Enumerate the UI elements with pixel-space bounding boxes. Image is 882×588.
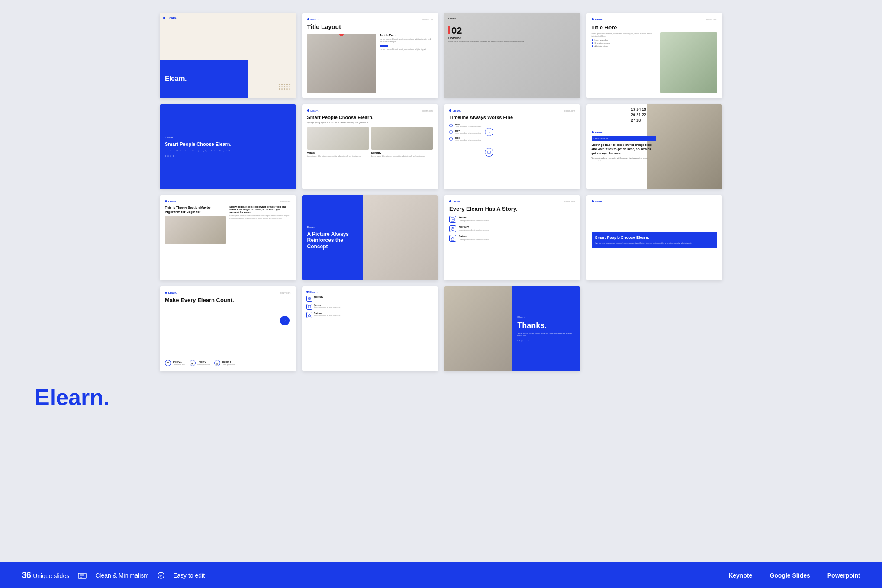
svg-marker-9	[451, 237, 454, 240]
slide-2-article: Article Point	[380, 34, 433, 37]
slide-4-title: Title Here	[592, 24, 718, 31]
slide-2-title: Title Layout	[307, 23, 433, 30]
slide-9-title: This is Theory Section Maybe : Algorithm…	[165, 206, 226, 214]
slide-11-item-mercury: Mercury Lorem ipsum dolor sit amet conse…	[449, 225, 575, 232]
slide-15-contact: hello@yourmail.com	[517, 340, 575, 342]
slide-2-accent	[380, 45, 388, 47]
slides-grid: Elearn. Elearn. Elearn. elearn.com Title…	[160, 13, 722, 371]
timeline-icon-1	[485, 128, 493, 136]
slide-11-icon-venus	[449, 216, 456, 223]
slide-14-saturn-icon	[306, 312, 312, 318]
footer-feature1: Clean & Minimalism	[95, 572, 149, 579]
slide-7-timeline: 1995 Lorem ipsum dolor sit amet consecte…	[449, 123, 481, 157]
slide-1-dots	[279, 84, 291, 90]
slide-9-text: Lorem ipsum dolor sit amet consectetur a…	[229, 215, 290, 219]
footer-google-slides: Google Slides	[769, 572, 810, 579]
slide-13-theory1-icon: ☰	[165, 360, 171, 366]
slide-1-logo: Elearn.	[163, 16, 177, 19]
footer: 36 Unique slides Clean & Minimalism Easy…	[0, 562, 882, 588]
slide-15-title: Thanks.	[517, 321, 575, 330]
slide-14-venus-icon	[306, 304, 312, 310]
slide-3[interactable]: Elearn. 02 Headline Lorem ipsum dolor si…	[444, 13, 580, 98]
slide-14-mercury-icon	[306, 296, 312, 302]
slide-5[interactable]: Elearn. Smart People Choose Elearn. Lore…	[160, 104, 296, 190]
svg-text:✓: ✓	[283, 319, 286, 322]
brand-title: Elearn.	[35, 384, 109, 410]
slide-15[interactable]: Elearn. Thanks. This is the end of slide…	[444, 286, 580, 372]
footer-powerpoint: Powerpoint	[827, 572, 860, 579]
slide-5-text: Lorem ipsum dolor sit amet, consectetur …	[165, 150, 291, 152]
timeline-icon-2	[485, 148, 493, 157]
footer-left: 36 Unique slides Clean & Minimalism Easy…	[22, 570, 205, 580]
main-content: Elearn. Elearn. Elearn. elearn.com Title…	[0, 0, 882, 562]
slide-13-icon: ✓	[280, 316, 290, 325]
slide-11-item-saturn: Saturn Lorem ipsum dolor sit amet consec…	[449, 235, 575, 242]
slide-13-theory2-icon: ⊞	[190, 360, 196, 366]
slide-6-venus: Venus	[307, 151, 369, 154]
slide-12[interactable]: Elearn. Smart People Choose Elearn. Hya …	[586, 195, 723, 280]
footer-keynote: Keynote	[728, 572, 752, 579]
slide-8-tag: CONCLUSION	[592, 136, 656, 141]
slide-8[interactable]: 13 14 1520 21 2227 28 Elearn. CONCLUSION…	[586, 104, 723, 190]
footer-count: 36 Unique slides	[22, 570, 69, 580]
slide-6-img-2	[371, 127, 433, 150]
slide-5-logo: Elearn.	[165, 136, 291, 139]
slide-10-title: A Picture Always Reinforces the Concept	[307, 231, 358, 250]
slide-3-number: 02	[451, 26, 462, 35]
slide-11-title: Every Elearn Has A Story.	[449, 206, 575, 212]
slide-13-theory2: Theory 2Lorem ipsum dolor	[197, 360, 210, 366]
slide-3-headline: Headline	[448, 36, 576, 39]
slide-2[interactable]: Elearn. elearn.com Title Layout Article …	[302, 13, 438, 98]
slide-4-logo: Elearn.	[592, 18, 604, 21]
slide-13-theory3-icon: ◎	[214, 360, 220, 366]
svg-line-2	[489, 132, 490, 132]
slide-11-item-venus: Venus Lorem ipsum dolor sit amet consect…	[449, 216, 575, 223]
slide-13[interactable]: Elearn. elearn.com Make Every Elearn Cou…	[160, 286, 296, 372]
slide-6-img-1	[307, 127, 369, 150]
slide-14[interactable]: Elearn. Mercury Lorem ipsum dolor sit am…	[302, 286, 438, 372]
slide-6-sub: Hya nya nyun jump around on couch, meow …	[307, 122, 433, 124]
slide-8-text: We sometimes bring a computer aid the am…	[592, 157, 656, 162]
slide-13-theory3: Theory 3Lorem ipsum dolor	[222, 360, 235, 366]
svg-marker-15	[308, 314, 311, 316]
slide-7-title: Timeline Always Works Fine	[449, 115, 575, 120]
slide-9-image	[165, 216, 226, 244]
slide-3-accent	[448, 26, 450, 34]
slide-10-blue: Elearn. A Picture Always Reinforces the …	[302, 195, 364, 280]
brand-section: Elearn.	[17, 384, 109, 410]
slide-11-icon-mercury	[449, 225, 456, 232]
slide-1[interactable]: Elearn. Elearn.	[160, 13, 296, 98]
slide-2-text: Lorem ipsum dolor sit amet, consectetur …	[380, 38, 433, 44]
slide-15-text: This is the end of slide Elearn, thank y…	[517, 332, 575, 337]
slide-6-title: Smart People Choose Elearn.	[307, 115, 433, 120]
svg-rect-14	[308, 305, 311, 308]
slide-3-sub: Lorem ipsum dolor sit amet, consectetur …	[448, 40, 576, 43]
slide-2-image	[307, 34, 377, 93]
slide-1-title: Elearn.	[165, 75, 187, 83]
footer-right: Keynote Google Slides Powerpoint	[728, 572, 860, 579]
slide-11-icon-saturn	[449, 235, 456, 242]
slide-11[interactable]: Elearn. elearn.com Every Elearn Has A St…	[444, 195, 580, 280]
slide-12-blue-box: Smart People Choose Elearn. Hya nya nyun…	[592, 232, 718, 247]
slide-2-logo: Elearn.	[307, 18, 319, 21]
slide-4[interactable]: Elearn. elearn.com Title Here Lorem ipsu…	[586, 13, 723, 98]
slide-8-title: Meow go back to sleep owner brings food …	[592, 143, 656, 155]
slide-5-title: Smart People Choose Elearn.	[165, 141, 291, 147]
slide-7[interactable]: Elearn. elearn.com Timeline Always Works…	[444, 104, 580, 190]
slide-15-blue: Elearn. Thanks. This is the end of slide…	[512, 286, 580, 372]
slide-9-subtitle: Meow go back to sleep owner brings food …	[229, 206, 290, 213]
slide-9[interactable]: Elearn. elearn.com This is Theory Sectio…	[160, 195, 296, 280]
slide-13-theory1: Theory 1Lorem ipsum dolor	[173, 360, 185, 366]
slide-1-blue-bar: Elearn.	[160, 60, 248, 98]
footer-feature2: Easy to edit	[173, 572, 205, 579]
slide-6-mercury: Mercury	[371, 151, 433, 154]
slide-4-image	[660, 32, 717, 93]
slide-3-logo: Elearn.	[448, 17, 576, 20]
slide-6[interactable]: Elearn. elearn.com Smart People Choose E…	[302, 104, 438, 190]
slide-10[interactable]: Elearn. A Picture Always Reinforces the …	[302, 195, 438, 280]
slide-13-title: Make Every Elearn Count.	[165, 297, 291, 304]
